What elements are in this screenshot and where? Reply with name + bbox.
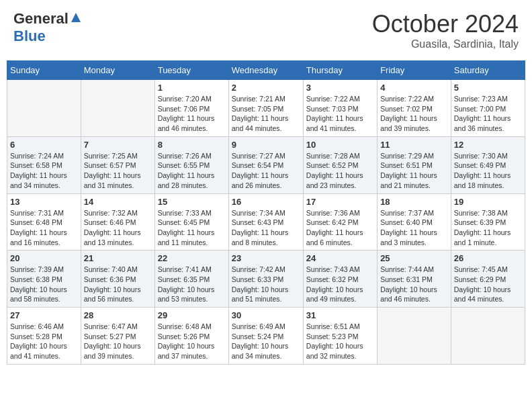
- day-number: 5: [454, 83, 522, 93]
- day-info: Sunrise: 7:36 AMSunset: 6:42 PMDaylight:…: [306, 208, 374, 248]
- calendar-cell: 26Sunrise: 7:45 AMSunset: 6:29 PMDayligh…: [451, 250, 525, 308]
- day-info: Sunrise: 7:23 AMSunset: 7:00 PMDaylight:…: [454, 94, 522, 134]
- day-info: Sunrise: 7:40 AMSunset: 6:36 PMDaylight:…: [84, 265, 152, 304]
- day-info: Sunrise: 7:34 AMSunset: 6:43 PMDaylight:…: [232, 208, 300, 248]
- day-info: Sunrise: 7:22 AMSunset: 7:03 PMDaylight:…: [306, 94, 374, 134]
- day-header-monday: Monday: [81, 61, 154, 80]
- day-number: 24: [306, 253, 374, 263]
- calendar-cell: 9Sunrise: 7:27 AMSunset: 6:54 PMDaylight…: [228, 136, 303, 193]
- calendar-week-row: 6Sunrise: 7:24 AMSunset: 6:58 PMDaylight…: [7, 136, 525, 193]
- day-number: 16: [232, 197, 300, 207]
- svg-marker-0: [71, 13, 81, 22]
- day-number: 27: [10, 310, 78, 320]
- calendar-cell: 25Sunrise: 7:44 AMSunset: 6:31 PMDayligh…: [378, 250, 451, 308]
- day-info: Sunrise: 7:24 AMSunset: 6:58 PMDaylight:…: [10, 151, 78, 191]
- day-number: 29: [158, 310, 226, 320]
- calendar-cell: 1Sunrise: 7:20 AMSunset: 7:06 PMDaylight…: [154, 80, 228, 137]
- calendar-week-row: 13Sunrise: 7:31 AMSunset: 6:48 PMDayligh…: [7, 193, 525, 250]
- month-title: October 2024: [372, 10, 519, 38]
- day-info: Sunrise: 6:48 AMSunset: 5:26 PMDaylight:…: [158, 322, 226, 361]
- day-number: 15: [158, 197, 226, 207]
- day-number: 23: [232, 253, 300, 263]
- calendar-table: SundayMondayTuesdayWednesdayThursdayFrid…: [7, 60, 525, 365]
- day-info: Sunrise: 7:25 AMSunset: 6:57 PMDaylight:…: [84, 151, 152, 191]
- calendar-cell: 10Sunrise: 7:28 AMSunset: 6:52 PMDayligh…: [303, 136, 377, 193]
- calendar-cell: [451, 308, 525, 365]
- calendar-cell: 30Sunrise: 6:49 AMSunset: 5:24 PMDayligh…: [228, 308, 303, 365]
- day-info: Sunrise: 7:43 AMSunset: 6:32 PMDaylight:…: [306, 265, 374, 304]
- day-info: Sunrise: 7:28 AMSunset: 6:52 PMDaylight:…: [306, 151, 374, 191]
- calendar-cell: 20Sunrise: 7:39 AMSunset: 6:38 PMDayligh…: [7, 250, 81, 308]
- day-number: 19: [454, 197, 522, 207]
- calendar-cell: 27Sunrise: 6:46 AMSunset: 5:28 PMDayligh…: [7, 308, 81, 365]
- day-number: 18: [380, 197, 448, 207]
- day-number: 4: [380, 83, 448, 93]
- calendar-cell: 5Sunrise: 7:23 AMSunset: 7:00 PMDaylight…: [451, 80, 525, 137]
- day-info: Sunrise: 7:20 AMSunset: 7:06 PMDaylight:…: [158, 94, 226, 134]
- day-info: Sunrise: 6:46 AMSunset: 5:28 PMDaylight:…: [10, 322, 78, 361]
- day-number: 25: [380, 253, 448, 263]
- day-info: Sunrise: 7:30 AMSunset: 6:49 PMDaylight:…: [454, 151, 522, 191]
- calendar-cell: 28Sunrise: 6:47 AMSunset: 5:27 PMDayligh…: [81, 308, 154, 365]
- page-header: General Blue October 2024 Guasila, Sardi…: [7, 7, 525, 54]
- day-number: 12: [454, 140, 522, 150]
- calendar-cell: 23Sunrise: 7:42 AMSunset: 6:33 PMDayligh…: [228, 250, 303, 308]
- calendar-cell: [7, 80, 81, 137]
- calendar-cell: 4Sunrise: 7:22 AMSunset: 7:02 PMDaylight…: [378, 80, 451, 137]
- calendar-week-row: 27Sunrise: 6:46 AMSunset: 5:28 PMDayligh…: [7, 308, 525, 365]
- calendar-cell: 11Sunrise: 7:29 AMSunset: 6:51 PMDayligh…: [378, 136, 451, 193]
- calendar-cell: 21Sunrise: 7:40 AMSunset: 6:36 PMDayligh…: [81, 250, 154, 308]
- calendar-cell: 14Sunrise: 7:32 AMSunset: 6:46 PMDayligh…: [81, 193, 154, 250]
- day-header-thursday: Thursday: [303, 61, 377, 80]
- calendar-cell: 17Sunrise: 7:36 AMSunset: 6:42 PMDayligh…: [303, 193, 377, 250]
- day-number: 20: [10, 253, 78, 263]
- logo: General Blue: [13, 10, 82, 45]
- day-number: 13: [10, 197, 78, 207]
- logo-triangle-icon: [70, 11, 82, 24]
- calendar-week-row: 1Sunrise: 7:20 AMSunset: 7:06 PMDaylight…: [7, 80, 525, 137]
- day-info: Sunrise: 7:41 AMSunset: 6:35 PMDaylight:…: [158, 265, 226, 304]
- day-number: 6: [10, 140, 78, 150]
- day-info: Sunrise: 7:33 AMSunset: 6:45 PMDaylight:…: [158, 208, 226, 248]
- day-header-wednesday: Wednesday: [228, 61, 303, 80]
- calendar-cell: 15Sunrise: 7:33 AMSunset: 6:45 PMDayligh…: [154, 193, 228, 250]
- day-number: 3: [306, 83, 374, 93]
- day-number: 7: [84, 140, 152, 150]
- calendar-cell: 7Sunrise: 7:25 AMSunset: 6:57 PMDaylight…: [81, 136, 154, 193]
- calendar-cell: 19Sunrise: 7:38 AMSunset: 6:39 PMDayligh…: [451, 193, 525, 250]
- day-info: Sunrise: 7:37 AMSunset: 6:40 PMDaylight:…: [380, 208, 448, 248]
- day-info: Sunrise: 7:45 AMSunset: 6:29 PMDaylight:…: [454, 265, 522, 304]
- day-info: Sunrise: 6:49 AMSunset: 5:24 PMDaylight:…: [232, 322, 300, 361]
- day-header-saturday: Saturday: [451, 61, 525, 80]
- calendar-cell: [81, 80, 154, 137]
- day-info: Sunrise: 7:26 AMSunset: 6:55 PMDaylight:…: [158, 151, 226, 191]
- day-header-sunday: Sunday: [7, 61, 81, 80]
- calendar-cell: 22Sunrise: 7:41 AMSunset: 6:35 PMDayligh…: [154, 250, 228, 308]
- calendar-cell: 29Sunrise: 6:48 AMSunset: 5:26 PMDayligh…: [154, 308, 228, 365]
- location-text: Guasila, Sardinia, Italy: [372, 38, 519, 50]
- day-info: Sunrise: 6:47 AMSunset: 5:27 PMDaylight:…: [84, 322, 152, 361]
- day-info: Sunrise: 7:39 AMSunset: 6:38 PMDaylight:…: [10, 265, 78, 304]
- day-info: Sunrise: 7:38 AMSunset: 6:39 PMDaylight:…: [454, 208, 522, 248]
- day-number: 2: [232, 83, 300, 93]
- logo-blue-text: Blue: [13, 28, 46, 45]
- day-info: Sunrise: 7:21 AMSunset: 7:05 PMDaylight:…: [232, 94, 300, 134]
- day-info: Sunrise: 7:31 AMSunset: 6:48 PMDaylight:…: [10, 208, 78, 248]
- calendar-cell: 13Sunrise: 7:31 AMSunset: 6:48 PMDayligh…: [7, 193, 81, 250]
- day-number: 9: [232, 140, 300, 150]
- calendar-cell: 3Sunrise: 7:22 AMSunset: 7:03 PMDaylight…: [303, 80, 377, 137]
- day-number: 31: [306, 310, 374, 320]
- day-number: 1: [158, 83, 226, 93]
- day-info: Sunrise: 7:42 AMSunset: 6:33 PMDaylight:…: [232, 265, 300, 304]
- calendar-cell: 24Sunrise: 7:43 AMSunset: 6:32 PMDayligh…: [303, 250, 377, 308]
- day-number: 21: [84, 253, 152, 263]
- title-section: October 2024 Guasila, Sardinia, Italy: [372, 10, 519, 50]
- day-info: Sunrise: 7:44 AMSunset: 6:31 PMDaylight:…: [380, 265, 448, 304]
- day-number: 26: [454, 253, 522, 263]
- calendar-cell: 18Sunrise: 7:37 AMSunset: 6:40 PMDayligh…: [378, 193, 451, 250]
- calendar-cell: 31Sunrise: 6:51 AMSunset: 5:23 PMDayligh…: [303, 308, 377, 365]
- day-info: Sunrise: 7:32 AMSunset: 6:46 PMDaylight:…: [84, 208, 152, 248]
- logo-general-text: General: [13, 10, 69, 28]
- calendar-header-row: SundayMondayTuesdayWednesdayThursdayFrid…: [7, 61, 525, 80]
- calendar-cell: 2Sunrise: 7:21 AMSunset: 7:05 PMDaylight…: [228, 80, 303, 137]
